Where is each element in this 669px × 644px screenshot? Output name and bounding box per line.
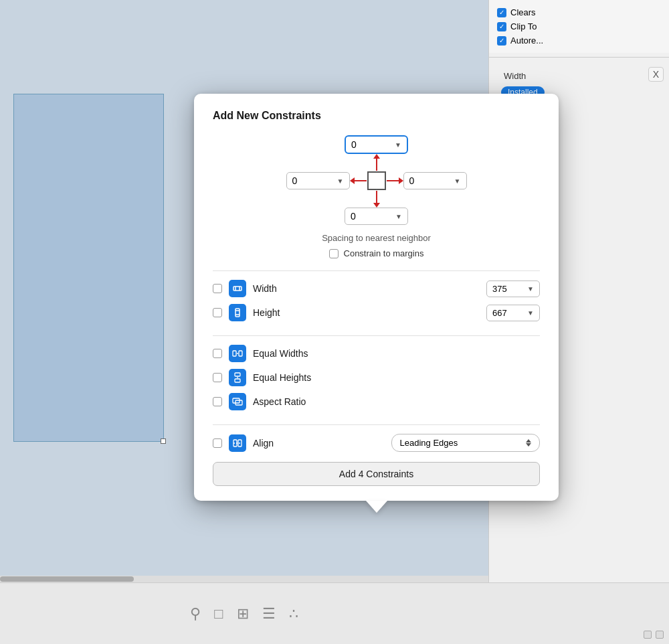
svg-rect-3 xyxy=(235,309,240,317)
svg-rect-9 xyxy=(235,373,240,376)
right-dropdown-arrow: ▼ xyxy=(454,177,461,185)
align-label: Align xyxy=(253,438,385,449)
height-checkbox[interactable] xyxy=(213,308,222,317)
toolbar-icon-1[interactable]: ⚲ xyxy=(190,605,201,623)
equal-widths-label: Equal Widths xyxy=(253,348,540,359)
toolbar-icon-5[interactable]: ∴ xyxy=(289,605,298,623)
arrow-up-head xyxy=(373,154,380,159)
left-dropdown-arrow: ▼ xyxy=(337,177,344,185)
autore-row: ✓ Autore... xyxy=(497,33,661,48)
aspect-ratio-icon xyxy=(229,393,246,410)
aspect-ratio-checkbox[interactable] xyxy=(213,397,222,406)
section-divider-1 xyxy=(213,270,540,271)
arrow-right xyxy=(387,177,403,184)
center-constraint-box xyxy=(350,154,403,208)
resize-handle[interactable] xyxy=(161,438,166,444)
arrow-up-line xyxy=(376,159,377,171)
corner-icon-2[interactable] xyxy=(656,631,664,639)
autore-checkbox[interactable]: ✓ xyxy=(497,36,506,46)
clipto-checkbox[interactable]: ✓ xyxy=(497,22,506,31)
svg-rect-7 xyxy=(239,351,242,356)
align-value: Leading Edges xyxy=(400,438,458,448)
bottom-dropdown-arrow: ▼ xyxy=(395,213,402,220)
left-value-dropdown[interactable]: 0 ▼ xyxy=(286,172,350,189)
top-dropdown-arrow: ▼ xyxy=(395,141,401,149)
constrain-margins-row: Constrain to margins xyxy=(213,248,540,258)
toolbar-icon-2[interactable]: □ xyxy=(214,605,223,623)
arrow-right-line xyxy=(387,180,399,181)
arrow-top xyxy=(373,154,380,171)
add-constraints-popup: Add New Constraints 0 ▼ 0 ▼ xyxy=(194,94,559,501)
clears-row: ✓ Clears xyxy=(497,5,661,19)
aspect-ratio-item: Aspect Ratio xyxy=(213,390,540,414)
align-row: Align Leading Edges xyxy=(213,430,540,455)
autore-label: Autore... xyxy=(510,35,543,46)
equal-constraint-rows: Equal Widths Equal Heights xyxy=(213,341,540,414)
align-checkbox[interactable] xyxy=(213,438,222,448)
clears-checkbox[interactable]: ✓ xyxy=(497,8,506,17)
top-value-dropdown[interactable]: 0 ▼ xyxy=(345,135,408,154)
bottom-toolbar: ⚲ □ ⊞ ☰ ∴ xyxy=(0,582,488,644)
equal-widths-checkbox[interactable] xyxy=(213,349,222,358)
panel-divider-1 xyxy=(489,57,669,58)
arrow-down-head xyxy=(373,203,380,208)
close-button[interactable]: X xyxy=(648,67,664,82)
checkboxes-panel: ✓ Clears ✓ Clip To ✓ Autore... xyxy=(489,0,669,53)
toolbar-icon-3[interactable]: ⊞ xyxy=(237,605,249,623)
top-dropdown-row: 0 ▼ xyxy=(345,135,408,154)
equal-heights-icon xyxy=(229,369,246,386)
equal-widths-item: Equal Widths xyxy=(213,341,540,366)
clipto-label: Clip To xyxy=(510,21,537,31)
equal-heights-checkbox[interactable] xyxy=(213,373,222,382)
middle-row: 0 ▼ xyxy=(286,154,467,208)
horizontal-scrollbar[interactable] xyxy=(0,576,488,582)
align-value-dropdown[interactable]: Leading Edges xyxy=(391,434,541,452)
add-constraints-button[interactable]: Add 4 Constraints xyxy=(213,462,540,486)
aspect-ratio-label: Aspect Ratio xyxy=(253,396,540,407)
equal-widths-icon xyxy=(229,345,246,362)
width-value-dropdown[interactable]: 375 ▼ xyxy=(486,280,540,297)
constrain-margins-checkbox[interactable] xyxy=(329,249,339,258)
clears-label: Clears xyxy=(510,7,536,17)
popup-title: Add New Constraints xyxy=(213,110,540,122)
bottom-value: 0 xyxy=(351,211,356,222)
width-constraint-item: Width 375 ▼ xyxy=(213,276,540,301)
constrain-margins-label: Constrain to margins xyxy=(344,248,424,258)
width-icon-badge xyxy=(229,280,246,297)
left-value: 0 xyxy=(292,175,298,186)
section-divider-2 xyxy=(213,335,540,336)
arrow-bottom xyxy=(373,191,380,208)
top-value: 0 xyxy=(351,139,357,150)
right-value-dropdown[interactable]: 0 ▼ xyxy=(403,172,467,189)
width-value: 375 xyxy=(492,284,507,294)
arrow-bottom-line xyxy=(376,191,377,203)
spacing-label: Spacing to nearest neighbor xyxy=(213,233,540,243)
toolbar-icon-4[interactable]: ☰ xyxy=(262,605,276,623)
bottom-value-dropdown[interactable]: 0 ▼ xyxy=(345,208,408,225)
corner-icon-1[interactable] xyxy=(644,631,652,639)
align-arrows xyxy=(526,439,531,447)
height-constraint-item: Height 667 ▼ xyxy=(213,301,540,325)
bottom-right-panel xyxy=(488,582,669,644)
align-arrow-up xyxy=(526,439,531,442)
width-checkbox[interactable] xyxy=(213,284,222,293)
svg-rect-0 xyxy=(233,287,242,291)
bottom-dropdown-row: 0 ▼ xyxy=(345,208,408,225)
arrow-left-line xyxy=(355,180,367,181)
scrollbar-thumb[interactable] xyxy=(0,576,134,582)
svg-rect-6 xyxy=(233,351,236,356)
clipto-row: ✓ Clip To xyxy=(497,19,661,33)
arrow-left-head xyxy=(350,177,355,184)
right-value: 0 xyxy=(409,175,415,186)
center-box xyxy=(367,171,386,190)
height-value: 667 xyxy=(492,308,507,318)
arrow-right-head xyxy=(399,177,403,184)
height-dropdown-arrow: ▼ xyxy=(527,309,534,317)
equal-heights-item: Equal Heights xyxy=(213,366,540,390)
height-value-dropdown[interactable]: 667 ▼ xyxy=(486,305,540,321)
arrow-left xyxy=(350,177,367,184)
constraint-rows: Width 375 ▼ Height 667 xyxy=(213,276,540,325)
section-divider-3 xyxy=(213,424,540,425)
height-label: Height xyxy=(253,307,480,318)
spacing-grid: 0 ▼ 0 ▼ xyxy=(213,135,540,225)
